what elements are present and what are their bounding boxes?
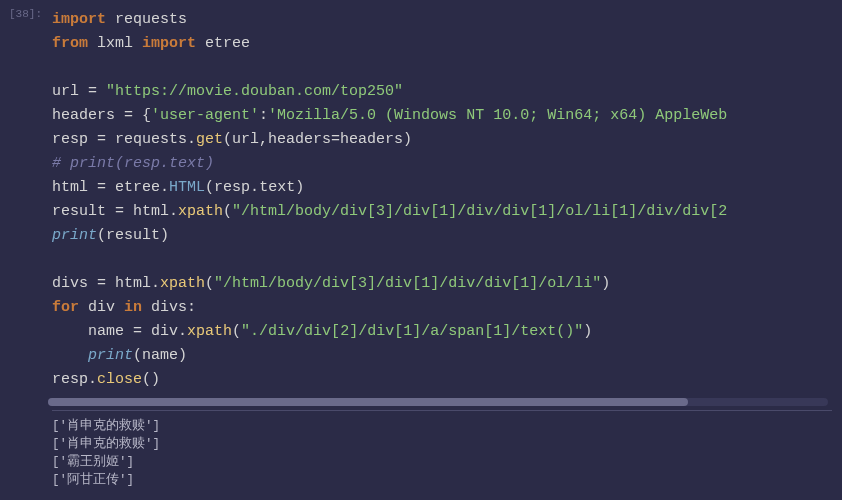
identifier: html <box>115 275 151 292</box>
paren: ( <box>205 275 214 292</box>
function-call: xpath <box>187 323 232 340</box>
module-name: lxml <box>97 35 133 52</box>
code-line[interactable]: url = "https://movie.douban.com/top250" <box>52 80 842 104</box>
scrollbar-thumb[interactable] <box>48 398 688 406</box>
args: (url,headers=headers) <box>223 131 412 148</box>
cell-number: [38]: <box>9 8 42 20</box>
function-call: close <box>97 371 142 388</box>
paren: ) <box>295 179 304 196</box>
dot: . <box>187 131 196 148</box>
code-editor[interactable]: import requests from lxml import etree u… <box>48 0 842 500</box>
dot: . <box>178 323 187 340</box>
identifier: etree <box>115 179 160 196</box>
output-line: ['肖申克的救赎'] <box>52 435 842 453</box>
paren: ) <box>583 323 592 340</box>
keyword-from: from <box>52 35 88 52</box>
identifier: resp <box>214 179 250 196</box>
code-line[interactable]: for div in divs: <box>52 296 842 320</box>
comment: # print(resp.text) <box>52 155 214 172</box>
string-literal: 'user-agent' <box>151 107 259 124</box>
colon: : <box>187 299 196 316</box>
string-literal: "https://movie.douban.com/top250" <box>106 83 403 100</box>
operator: = <box>79 83 106 100</box>
output-line: ['肖申克的救赎'] <box>52 417 842 435</box>
code-line[interactable]: resp = requests.get(url,headers=headers) <box>52 128 842 152</box>
dot: . <box>169 203 178 220</box>
identifier: etree <box>205 35 250 52</box>
dot: . <box>88 371 97 388</box>
identifier: html <box>52 179 88 196</box>
dot: . <box>160 179 169 196</box>
function-call: xpath <box>178 203 223 220</box>
colon: : <box>259 107 268 124</box>
code-line[interactable]: result = html.xpath("/html/body/div[3]/d… <box>52 200 842 224</box>
args: () <box>142 371 160 388</box>
output-line: ['阿甘正传'] <box>52 471 842 489</box>
identifier: div <box>151 323 178 340</box>
args: (name) <box>133 347 187 364</box>
identifier: text <box>259 179 295 196</box>
paren: ( <box>223 203 232 220</box>
identifier: resp <box>52 371 88 388</box>
dot: . <box>250 179 259 196</box>
identifier: name <box>88 323 124 340</box>
builtin-print: print <box>52 227 97 244</box>
class-name: HTML <box>169 179 205 196</box>
function-call: xpath <box>160 275 205 292</box>
keyword-for: for <box>52 299 79 316</box>
identifier: divs <box>142 299 187 316</box>
code-line-blank[interactable] <box>52 56 842 80</box>
identifier: result <box>52 203 106 220</box>
string-literal: "/html/body/div[3]/div[1]/div/div[1]/ol/… <box>232 203 727 220</box>
code-line[interactable]: resp.close() <box>52 368 842 392</box>
identifier: requests <box>115 131 187 148</box>
identifier: div <box>79 299 124 316</box>
identifier: url <box>52 83 79 100</box>
string-literal: "./div/div[2]/div[1]/a/span[1]/text()" <box>241 323 583 340</box>
brace: { <box>142 107 151 124</box>
function-call: get <box>196 131 223 148</box>
code-line[interactable]: from lxml import etree <box>52 32 842 56</box>
code-line[interactable]: print(name) <box>52 344 842 368</box>
keyword-import: import <box>142 35 196 52</box>
identifier: headers <box>52 107 115 124</box>
paren: ( <box>205 179 214 196</box>
dot: . <box>151 275 160 292</box>
identifier: resp <box>52 131 88 148</box>
string-literal: "/html/body/div[3]/div[1]/div/div[1]/ol/… <box>214 275 601 292</box>
code-line[interactable]: html = etree.HTML(resp.text) <box>52 176 842 200</box>
args: (result) <box>97 227 169 244</box>
horizontal-scrollbar[interactable] <box>48 398 828 406</box>
code-line[interactable]: import requests <box>52 8 842 32</box>
paren: ( <box>232 323 241 340</box>
operator: = <box>124 323 151 340</box>
code-line[interactable]: print(result) <box>52 224 842 248</box>
identifier: divs <box>52 275 88 292</box>
code-line[interactable]: divs = html.xpath("/html/body/div[3]/div… <box>52 272 842 296</box>
identifier: html <box>133 203 169 220</box>
indent <box>52 347 88 364</box>
paren: ) <box>601 275 610 292</box>
output-separator <box>52 410 832 411</box>
code-line[interactable]: name = div.xpath("./div/div[2]/div[1]/a/… <box>52 320 842 344</box>
operator: = <box>88 275 115 292</box>
cell-gutter: [38]: <box>0 0 48 500</box>
indent <box>52 323 88 340</box>
keyword-import: import <box>52 11 106 28</box>
operator: = <box>88 179 115 196</box>
operator: = <box>106 203 133 220</box>
operator: = <box>115 107 142 124</box>
code-line[interactable]: # print(resp.text) <box>52 152 842 176</box>
keyword-in: in <box>124 299 142 316</box>
string-literal: 'Mozilla/5.0 (Windows NT 10.0; Win64; x6… <box>268 107 727 124</box>
builtin-print: print <box>88 347 133 364</box>
module-name: requests <box>115 11 187 28</box>
output-line: ['霸王别姬'] <box>52 453 842 471</box>
code-line-blank[interactable] <box>52 248 842 272</box>
operator: = <box>88 131 115 148</box>
code-line[interactable]: headers = {'user-agent':'Mozilla/5.0 (Wi… <box>52 104 842 128</box>
